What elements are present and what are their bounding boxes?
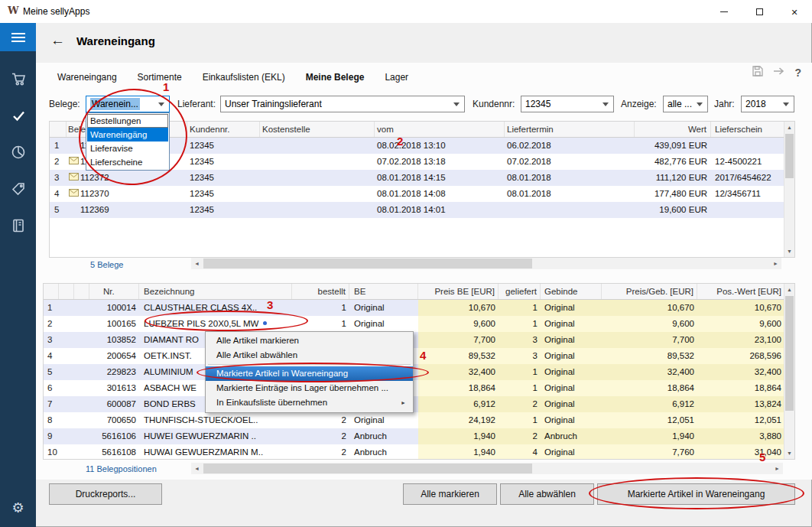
scrollbar-thumb[interactable] bbox=[203, 464, 532, 473]
context-menu-item[interactable]: Markierte Einträge ins Lager übernehmen … bbox=[206, 381, 413, 395]
position-row[interactable]: 5229823ALUMINIUM32,4001Original32,40032,… bbox=[44, 364, 794, 380]
bezeichnung: HUWEI GEWUERZMARIN .. bbox=[139, 428, 292, 444]
scrollbar-thumb[interactable] bbox=[785, 296, 794, 411]
chevron-down-icon bbox=[158, 102, 164, 106]
position-row[interactable]: 1100014CLAUSTHALER CLASS 4X..1Original10… bbox=[44, 300, 794, 316]
context-menu-item[interactable]: In Einkaufsliste übernehmen bbox=[206, 395, 413, 410]
col-pos-wert[interactable]: Pos.-Wert [EUR] bbox=[697, 284, 784, 299]
col-preis-geb[interactable]: Preis/Geb. [EUR] bbox=[602, 284, 697, 299]
position-row[interactable]: 105616108HUWAI GEWUERZMARIN M..2Anbruch1… bbox=[44, 444, 794, 460]
scroll-right-icon[interactable]: ► bbox=[771, 463, 783, 474]
anzeige-combobox[interactable]: alle ... bbox=[663, 96, 708, 112]
sidebar-item-offers[interactable] bbox=[0, 171, 36, 207]
row-number: 2 bbox=[44, 316, 59, 332]
scroll-left-icon[interactable]: ◄ bbox=[191, 463, 203, 474]
belege-dropdown-item[interactable]: Bestellungen bbox=[87, 114, 168, 128]
position-row[interactable]: 3103852DIAMANT RO7,7003Original7,70023,1… bbox=[44, 332, 794, 348]
sidebar-item-statistics[interactable] bbox=[0, 134, 36, 171]
close-button[interactable] bbox=[777, 0, 812, 23]
anzeige-label: Anzeige: bbox=[621, 99, 657, 109]
bestellt: 2 bbox=[292, 444, 349, 460]
pie-chart-icon bbox=[11, 145, 26, 160]
col-be[interactable]: BE bbox=[349, 284, 418, 299]
icon-cell bbox=[59, 300, 74, 316]
position-row[interactable]: 4200654OETK.INST.89,5323Original89,53226… bbox=[44, 348, 794, 364]
scroll-down-icon[interactable]: ▼ bbox=[784, 246, 794, 257]
druckreports-button[interactable]: Druckreports... bbox=[49, 483, 162, 505]
scroll-left-icon[interactable]: ◄ bbox=[191, 258, 203, 269]
col-nr[interactable]: Nr. bbox=[89, 284, 139, 299]
position-row[interactable]: 7600087BOND ERBS6,9122Original6,91213,82… bbox=[44, 396, 794, 412]
icon-cell bbox=[74, 364, 89, 380]
sidebar-item-wareneingang[interactable] bbox=[0, 97, 36, 134]
forward-icon bbox=[772, 66, 786, 76]
col-kundennr[interactable]: Kundennr. bbox=[187, 122, 260, 137]
lieferant-combobox[interactable]: Unser Trainingslieferant bbox=[220, 96, 465, 112]
tab-wareneingang[interactable]: Wareneingang bbox=[57, 69, 117, 86]
gebinde: Original bbox=[541, 364, 602, 380]
col-bestellt[interactable]: bestellt bbox=[292, 284, 349, 299]
scroll-up-icon[interactable]: ▲ bbox=[784, 122, 794, 133]
col-geliefert[interactable]: geliefert bbox=[499, 284, 541, 299]
back-button[interactable] bbox=[50, 32, 70, 50]
gebinde: Original bbox=[541, 316, 602, 332]
sidebar-item-journal[interactable] bbox=[0, 207, 36, 244]
position-row[interactable]: 2100165LUEBZER PILS 20X0,5L MW1Original9… bbox=[44, 316, 794, 332]
pos-wert: 12,051 bbox=[697, 412, 784, 428]
scroll-right-icon[interactable]: ► bbox=[770, 258, 781, 269]
sidebar-item-cart[interactable] bbox=[0, 60, 36, 97]
col-vom[interactable]: vom bbox=[375, 122, 505, 137]
scrollbar-thumb[interactable] bbox=[785, 134, 794, 178]
context-menu-item[interactable]: Alle Artikel markieren bbox=[206, 333, 413, 348]
scroll-up-icon[interactable]: ▲ bbox=[784, 284, 794, 295]
wert: 439,091 EUR bbox=[635, 138, 711, 154]
position-row[interactable]: 95616106HUWEI GEWUERZMARIN ..2Anbruch1,9… bbox=[44, 428, 794, 444]
alle-abwaehlen-button[interactable]: Alle abwählen bbox=[500, 483, 594, 505]
scrollbar-thumb[interactable] bbox=[203, 259, 532, 268]
position-row[interactable]: 6301613ASBACH WE18,8641Original18,86418,… bbox=[44, 380, 794, 396]
jahr-combobox[interactable]: 2018 bbox=[741, 96, 794, 112]
markierte-artikel-button[interactable]: Markierte Artikel in Wareneingang bbox=[597, 483, 795, 505]
alle-markieren-button[interactable]: Alle markieren bbox=[403, 483, 497, 505]
col-bezeichnung[interactable]: Bezeichnung bbox=[139, 284, 292, 299]
context-menu-item[interactable]: Markierte Artikel in Wareneingang bbox=[206, 366, 413, 381]
scroll-down-icon[interactable]: ▼ bbox=[784, 447, 794, 459]
menu-button[interactable] bbox=[0, 23, 36, 51]
col-kostenstelle[interactable]: Kostenstelle bbox=[260, 122, 375, 137]
belege-combobox[interactable]: Warenein... bbox=[86, 96, 170, 112]
sidebar-item-settings[interactable] bbox=[0, 495, 36, 521]
tab-bar: WareneingangSortimenteEinkaufslisten (EK… bbox=[57, 69, 408, 86]
tab-meine-belege[interactable]: Meine Belege bbox=[306, 69, 365, 86]
col-lieferschein[interactable]: Lieferschein bbox=[711, 122, 784, 137]
kundennr-combobox[interactable]: 12345 bbox=[521, 96, 614, 112]
artikel-nr: 100014 bbox=[89, 300, 139, 316]
menu-separator bbox=[208, 364, 411, 365]
col-liefertermin[interactable]: Liefertermin bbox=[505, 122, 635, 137]
artikel-nr: 200654 bbox=[89, 348, 139, 364]
mail-icon bbox=[69, 157, 79, 164]
belege-row[interactable]: 41123701234508.01.2018 14:0808.01.201817… bbox=[50, 186, 794, 202]
artikel-nr: 301613 bbox=[89, 380, 139, 396]
maximize-button[interactable] bbox=[742, 0, 777, 23]
col-wert[interactable]: Wert bbox=[635, 122, 711, 137]
forward-button[interactable] bbox=[772, 66, 786, 80]
belege-dropdown-item[interactable]: Lieferavise bbox=[87, 142, 168, 155]
row-number: 5 bbox=[50, 202, 67, 218]
col-gebinde[interactable]: Gebinde bbox=[541, 284, 602, 299]
belege-dropdown-item[interactable]: Wareneingäng bbox=[87, 128, 168, 142]
save-button[interactable] bbox=[752, 65, 764, 80]
help-button[interactable]: ? bbox=[794, 67, 801, 79]
tab-lager[interactable]: Lager bbox=[385, 69, 408, 86]
belege-dropdown-item[interactable]: Lieferscheine bbox=[87, 155, 168, 169]
lieferschein bbox=[711, 138, 784, 154]
tab-sortimente[interactable]: Sortimente bbox=[138, 69, 182, 86]
col-preis-be[interactable]: Preis BE [EUR] bbox=[418, 284, 499, 299]
context-menu-item[interactable]: Alle Artikel abwählen bbox=[206, 348, 413, 363]
belege-row[interactable]: 31123721234508.01.2018 14:1508.01.201811… bbox=[50, 170, 794, 186]
liefertermin: 08.01.2018 bbox=[505, 186, 635, 202]
tab-einkaufslisten-ekl[interactable]: Einkaufslisten (EKL) bbox=[203, 69, 285, 86]
position-row[interactable]: 8700650THUNFISCH-STUECK/OEL..2Original24… bbox=[44, 412, 794, 428]
minimize-button[interactable] bbox=[706, 0, 742, 23]
preis-geb: 89,532 bbox=[602, 348, 697, 364]
belege-row[interactable]: 51123691234508.01.2018 14:0119,600 EUR bbox=[50, 202, 794, 218]
